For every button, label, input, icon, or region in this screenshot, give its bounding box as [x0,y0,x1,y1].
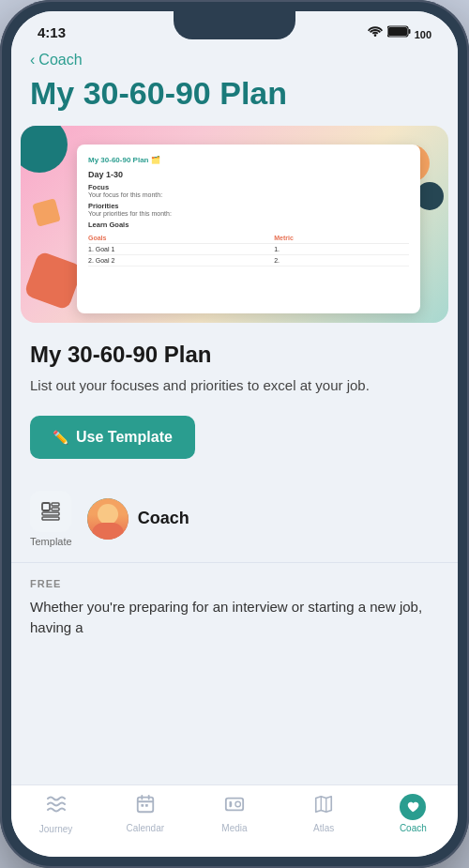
back-label[interactable]: Coach [38,52,82,69]
svg-rect-8 [42,517,59,520]
phone-frame: 4:13 100 [0,0,469,868]
template-type-label: Template [30,536,72,547]
doc-metric-2: 2. [274,255,409,266]
doc-title: My 30-60-90 Plan 🗂️ [88,156,409,164]
coach-avatar-inner [87,498,129,540]
content-section: My 30-60-90 Plan List out your focuses a… [11,323,458,491]
free-label: FREE [30,578,439,589]
svg-rect-5 [52,503,59,506]
deco-3 [23,251,83,311]
use-template-button[interactable]: ✏️ Use Template [30,416,195,459]
svg-rect-7 [42,512,59,515]
svg-point-0 [374,34,377,37]
doc-goal-2: 2. Goal 2 [88,255,274,266]
svg-rect-11 [145,804,148,807]
doc-focus-text: Your focus for this month: [88,191,409,198]
nav-item-coach[interactable]: Coach [385,794,441,833]
coach-info[interactable]: Coach [87,498,189,540]
coach-label: Coach [400,823,427,833]
coach-avatar-head [98,504,118,525]
scroll-content[interactable]: ‹ Coach My 30-60-90 Plan My 30-60-90 Pla… [11,40,458,784]
status-icons: 100 [368,25,431,40]
meta-section: Template Coach [11,491,458,563]
page-title: My 30-60-90 Plan [11,72,458,126]
doc-priorities-label: Priorities [88,202,409,210]
doc-learn-goals-label: Learn Goals [88,221,409,229]
doc-day: Day 1-30 [88,170,409,179]
media-icon [224,794,245,820]
template-type-badge: Template [30,491,72,547]
template-icon [30,491,71,532]
nav-item-journey[interactable]: Journey [28,793,84,834]
coach-heart-icon [400,794,426,820]
svg-rect-2 [388,27,407,36]
template-preview-card: My 30-60-90 Plan 🗂️ Day 1-30 Focus Your … [21,126,448,323]
calendar-icon [135,794,156,820]
journey-label: Journey [39,824,73,834]
free-text: Whether you're preparing for an intervie… [30,597,439,639]
doc-priorities-text: Your priorities for this month: [88,210,409,217]
nav-item-media[interactable]: Media [206,794,263,833]
deco-5 [32,199,61,228]
media-label: Media [221,823,247,833]
use-template-label: Use Template [76,429,173,446]
free-section: FREE Whether you're preparing for an int… [11,563,458,639]
back-nav[interactable]: ‹ Coach [11,40,458,72]
svg-rect-10 [141,804,144,807]
coach-avatar-body [92,523,124,540]
coach-name: Coach [138,509,189,528]
svg-point-13 [235,801,240,807]
svg-rect-3 [409,29,411,34]
coach-avatar [87,498,129,540]
preview-document: My 30-60-90 Plan 🗂️ Day 1-30 Focus Your … [77,145,420,313]
status-time: 4:13 [38,24,66,40]
svg-rect-6 [52,508,59,510]
phone-screen: 4:13 100 [11,11,458,857]
status-bar: 4:13 100 [11,11,458,40]
doc-goal-row-1: 1. Goal 1 1. [88,244,409,255]
battery-icon: 100 [387,25,431,40]
doc-goals-table: Goals Metric 1. Goal 1 1. 2. Goal 2 [88,235,409,266]
doc-col-goals: Goals [88,235,274,244]
doc-focus-label: Focus [88,183,409,191]
template-description: List out your focuses and priorities to … [30,375,439,397]
calendar-label: Calendar [126,823,164,833]
journey-icon [45,793,68,821]
doc-col-metric: Metric [274,235,409,244]
bottom-nav: Journey Calendar [11,784,458,857]
doc-metric-1: 1. [274,244,409,255]
wifi-icon [368,25,383,39]
pencil-icon: ✏️ [53,430,68,445]
notch [174,11,295,39]
doc-goal-1: 1. Goal 1 [88,244,274,255]
atlas-label: Atlas [313,823,334,833]
nav-item-calendar[interactable]: Calendar [117,794,174,833]
deco-1 [21,126,68,173]
template-title: My 30-60-90 Plan [30,342,439,368]
svg-rect-4 [42,503,50,510]
doc-goal-row-2: 2. Goal 2 2. [88,255,409,266]
back-arrow-icon: ‹ [30,52,35,69]
atlas-icon [313,794,334,820]
nav-item-atlas[interactable]: Atlas [295,794,352,833]
